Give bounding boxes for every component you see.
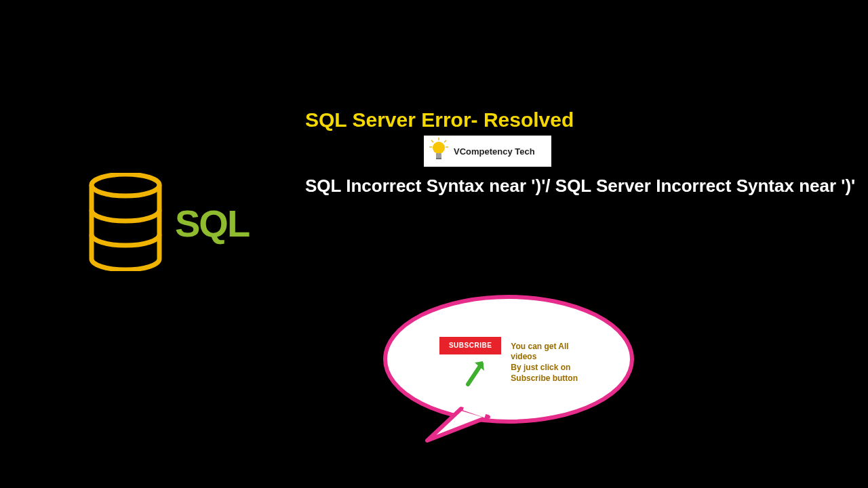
- svg-point-0: [92, 174, 159, 196]
- subtitle-text: SQL Incorrect Syntax near ')'/ SQL Serve…: [305, 175, 855, 198]
- lightbulb-icon: [429, 138, 448, 165]
- subscribe-callout: SUBSCRIBE You can get All videos By just…: [373, 281, 644, 447]
- brand-card: VCompetency Tech: [424, 136, 551, 167]
- svg-rect-8: [436, 158, 441, 159]
- svg-point-6: [433, 142, 445, 154]
- callout-line: videos: [511, 352, 578, 363]
- brand-name: VCompetency Tech: [454, 146, 535, 157]
- sql-text: SQL: [175, 201, 249, 245]
- subscribe-button[interactable]: SUBSCRIBE: [439, 337, 501, 354]
- sql-logo: SQL: [88, 173, 249, 274]
- callout-line: Subscribe button: [511, 373, 578, 384]
- svg-rect-7: [436, 153, 441, 158]
- page-title: SQL Server Error- Resolved: [305, 108, 574, 131]
- database-icon: [88, 173, 163, 274]
- svg-line-2: [431, 140, 433, 142]
- callout-line: You can get All: [511, 342, 578, 352]
- callout-text: You can get All videos By just click on …: [511, 342, 578, 384]
- callout-line: By just click on: [511, 363, 578, 373]
- svg-line-3: [444, 140, 446, 142]
- arrow-icon: [461, 356, 494, 388]
